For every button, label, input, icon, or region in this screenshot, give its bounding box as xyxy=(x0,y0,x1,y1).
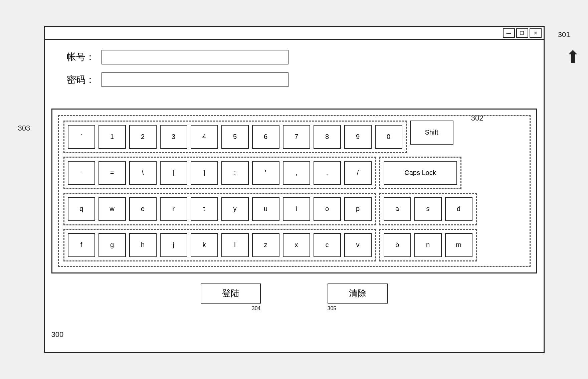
key-8[interactable]: 8 xyxy=(314,125,341,149)
key-o[interactable]: o xyxy=(314,197,341,221)
row1-dashed: ` 1 2 3 4 5 6 7 8 9 0 xyxy=(63,121,407,153)
annotation-301: 301 xyxy=(558,30,570,39)
key-1[interactable]: 1 xyxy=(99,125,126,149)
key-5[interactable]: 5 xyxy=(221,125,249,149)
key-u[interactable]: u xyxy=(252,197,279,221)
key-v[interactable]: v xyxy=(344,233,372,257)
password-row: 密码： xyxy=(58,72,530,87)
keyboard-wrapper: ` 1 2 3 4 5 6 7 8 9 0 Shift xyxy=(51,109,537,273)
key-l[interactable]: l xyxy=(221,233,249,257)
form-area: 帐号： 密码： xyxy=(45,40,544,105)
annotation-303: 303 xyxy=(18,124,30,133)
key-0[interactable]: 0 xyxy=(375,125,402,149)
minimize-button[interactable]: — xyxy=(503,28,515,38)
key-t[interactable]: t xyxy=(191,197,218,221)
key-p[interactable]: p xyxy=(344,197,372,221)
login-button[interactable]: 登陆 xyxy=(201,283,261,304)
key-3[interactable]: 3 xyxy=(160,125,187,149)
key-close-bracket[interactable]: ] xyxy=(191,161,218,185)
key-d[interactable]: d xyxy=(445,197,472,221)
account-row: 帐号： xyxy=(58,50,530,64)
keyboard-row4-container: f g h j k l z x c v b n m xyxy=(63,229,525,261)
row4-right-dashed: b n m xyxy=(379,229,477,261)
cursor-arrow-icon: ⬆ xyxy=(566,47,580,67)
key-c[interactable]: c xyxy=(314,233,341,257)
main-window: — ❐ ✕ 301 ⬆ 帐号： 密码： 302 303 ` 1 2 xyxy=(44,26,545,353)
clear-button[interactable]: 清除 xyxy=(328,283,388,304)
restore-button[interactable]: ❐ xyxy=(516,28,528,38)
account-input[interactable] xyxy=(102,50,288,64)
caps-lock-key[interactable]: Caps Lock xyxy=(384,161,457,185)
key-backslash[interactable]: \ xyxy=(129,161,157,185)
key-6[interactable]: 6 xyxy=(252,125,279,149)
key-f[interactable]: f xyxy=(68,233,95,257)
key-minus[interactable]: - xyxy=(68,161,95,185)
key-9[interactable]: 9 xyxy=(344,125,372,149)
key-m[interactable]: m xyxy=(445,233,472,257)
shift-key[interactable]: Shift xyxy=(410,121,453,145)
key-j[interactable]: j xyxy=(160,233,187,257)
key-h[interactable]: h xyxy=(129,233,157,257)
bottom-annotations: 304 305 xyxy=(45,306,544,312)
password-label: 密码： xyxy=(58,73,95,86)
key-y[interactable]: y xyxy=(221,197,249,221)
row3-right-dashed: a s d xyxy=(379,193,477,225)
key-q[interactable]: q xyxy=(68,197,95,221)
key-z[interactable]: z xyxy=(252,233,279,257)
key-e[interactable]: e xyxy=(129,197,157,221)
keyboard-row3-container: q w e r t y u i o p a s d xyxy=(63,193,525,225)
row2-dashed: - = \ [ ] ; ' , . / xyxy=(63,157,376,189)
key-slash[interactable]: / xyxy=(344,161,372,185)
key-7[interactable]: 7 xyxy=(283,125,310,149)
annotation-304: 304 xyxy=(252,306,261,312)
account-label: 帐号： xyxy=(58,51,95,63)
key-2[interactable]: 2 xyxy=(129,125,157,149)
key-equals[interactable]: = xyxy=(99,161,126,185)
keyboard-row2-container: - = \ [ ] ; ' , . / Caps Lock xyxy=(63,157,525,189)
key-quote[interactable]: ' xyxy=(252,161,279,185)
title-bar: — ❐ ✕ xyxy=(45,27,544,40)
key-i[interactable]: i xyxy=(283,197,310,221)
key-g[interactable]: g xyxy=(99,233,126,257)
key-backtick[interactable]: ` xyxy=(68,125,95,149)
password-input[interactable] xyxy=(102,72,288,87)
login-section: 登陆 xyxy=(201,283,261,304)
key-period[interactable]: . xyxy=(314,161,341,185)
close-button[interactable]: ✕ xyxy=(530,28,542,38)
key-w[interactable]: w xyxy=(99,197,126,221)
key-r[interactable]: r xyxy=(160,197,187,221)
key-a[interactable]: a xyxy=(384,197,411,221)
annotation-305: 305 xyxy=(328,306,337,312)
key-s[interactable]: s xyxy=(414,197,442,221)
key-x[interactable]: x xyxy=(283,233,310,257)
row4-dashed: f g h j k l z x c v xyxy=(63,229,376,261)
shift-key-container: Shift xyxy=(410,121,453,145)
bottom-buttons: 登陆 清除 xyxy=(45,283,544,304)
caps-lock-section: Caps Lock xyxy=(379,157,461,189)
key-k[interactable]: k xyxy=(191,233,218,257)
key-n[interactable]: n xyxy=(414,233,442,257)
annotation-300: 300 xyxy=(51,330,64,339)
key-semicolon[interactable]: ; xyxy=(221,161,249,185)
key-4[interactable]: 4 xyxy=(191,125,218,149)
keyboard-inner: ` 1 2 3 4 5 6 7 8 9 0 Shift xyxy=(58,115,531,267)
row3-dashed: q w e r t y u i o p xyxy=(63,193,376,225)
clear-section: 清除 xyxy=(328,283,388,304)
key-open-bracket[interactable]: [ xyxy=(160,161,187,185)
keyboard-row1-container: ` 1 2 3 4 5 6 7 8 9 0 Shift xyxy=(63,121,525,153)
key-comma[interactable]: , xyxy=(283,161,310,185)
key-b[interactable]: b xyxy=(384,233,411,257)
